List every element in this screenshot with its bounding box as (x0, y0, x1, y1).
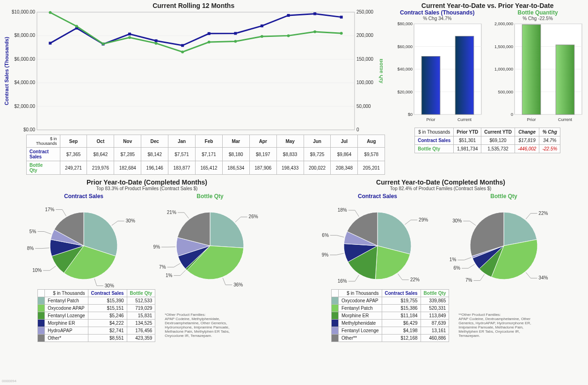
prior-ytd-title: Prior Year-to-Date (Completed Months) (0, 178, 294, 186)
svg-rect-27 (261, 24, 263, 27)
svg-text:18%: 18% (338, 207, 347, 213)
svg-text:30%: 30% (452, 218, 462, 223)
svg-text:Current: Current (457, 117, 472, 122)
svg-point-34 (128, 36, 131, 39)
prior-pie-bq: 26%36%1%7%9%21% (149, 200, 271, 288)
svg-text:$10,000.00: $10,000.00 (12, 9, 35, 14)
svg-rect-25 (208, 32, 211, 35)
svg-rect-19 (49, 42, 51, 44)
svg-text:$8,000.00: $8,000.00 (15, 33, 36, 38)
rolling-12-chart: $0.00$2,000.00$4,000.00$6,000.00$8,000.0… (2, 9, 383, 134)
svg-text:0: 0 (356, 127, 359, 132)
prior-footnote-label: *Other Product Families: (165, 313, 244, 317)
current-pie-cs: 29%22%16%9%6%18% (317, 200, 438, 288)
ytd-cs-title: Contract Sales (Thousands) (391, 9, 484, 16)
current-ytd-title: Current Year-to-Date (Completed Months) (294, 178, 588, 186)
svg-text:8%: 8% (27, 246, 34, 251)
ytd-bq-title: Bottle Quantity (491, 9, 585, 16)
svg-point-33 (102, 43, 104, 45)
svg-rect-28 (287, 14, 290, 17)
current-pie-bq: 22%34%7%6%1%30% (443, 200, 565, 288)
svg-text:Contract Sales (Thousands): Contract Sales (Thousands) (4, 37, 9, 105)
svg-text:6%: 6% (454, 265, 461, 271)
svg-text:100,000: 100,000 (356, 80, 374, 85)
rolling-12-table: $ inThousandsSepOctNovDecJanFebMarAprMay… (26, 135, 385, 175)
svg-text:9%: 9% (322, 252, 329, 257)
current-ytd-sub: Top 82.4% of Product Familes (Contract S… (294, 186, 588, 191)
svg-text:5%: 5% (29, 229, 36, 234)
svg-text:$0: $0 (408, 112, 413, 117)
current-footnote-text: APAP Codeine, Dextroamphetamine, Other G… (458, 317, 538, 338)
svg-text:22%: 22% (410, 277, 420, 282)
svg-text:17%: 17% (45, 207, 54, 212)
svg-text:36%: 36% (233, 282, 243, 287)
svg-text:Current: Current (558, 117, 573, 122)
svg-point-42 (340, 32, 343, 35)
current-pie-cs-title: Contract Sales (317, 193, 438, 200)
current-footnote-label: **Other Product Families: (458, 313, 538, 317)
svg-rect-22 (128, 33, 131, 36)
svg-text:1%: 1% (166, 273, 173, 278)
svg-point-35 (155, 42, 158, 45)
svg-rect-26 (234, 32, 237, 35)
ytd-bq-bar-chart: 0500,0001,000,0001,500,0002,000,000Prior… (491, 21, 585, 124)
svg-text:250,000: 250,000 (356, 9, 374, 14)
prior-pie-cs-title: Contract Sales (23, 193, 145, 200)
svg-text:1,500,000: 1,500,000 (494, 44, 513, 49)
svg-text:7%: 7% (159, 264, 166, 270)
page-footer-id: 0000894 (2, 379, 16, 383)
svg-rect-59 (455, 36, 474, 114)
svg-text:22%: 22% (538, 211, 548, 216)
ytd-summary-table: $ in Thousands Prior YTD Current YTD Cha… (414, 128, 560, 153)
current-pie-bq-title: Bottle Qty (443, 193, 565, 200)
ytd-vs-prior-title: Current Year-to-Date vs. Prior Year-to-D… (387, 2, 588, 9)
rolling-12-title: Current Rolling 12 Months (2, 2, 385, 9)
prior-product-table: $ in ThousandsContract SalesBottle QtyFe… (37, 289, 155, 342)
ytd-bq-sub: % Chg -22.5% (491, 16, 585, 21)
svg-text:26%: 26% (249, 214, 258, 219)
prior-footnote-text: APAP Codeine, Methylphenidate, Dextroamp… (165, 317, 244, 338)
svg-text:1,000,000: 1,000,000 (494, 67, 513, 71)
svg-text:29%: 29% (419, 217, 428, 222)
svg-text:30%: 30% (105, 283, 114, 288)
svg-rect-56 (421, 57, 440, 114)
svg-text:50,000: 50,000 (356, 104, 371, 109)
svg-text:21%: 21% (167, 210, 176, 215)
svg-point-32 (75, 25, 78, 28)
svg-point-31 (49, 11, 51, 14)
svg-point-41 (313, 30, 316, 33)
svg-text:7%: 7% (465, 278, 472, 283)
svg-rect-30 (340, 16, 343, 19)
svg-text:6%: 6% (322, 233, 329, 238)
svg-text:Prior: Prior (527, 117, 536, 122)
svg-text:$80,000: $80,000 (397, 21, 413, 26)
svg-text:500,000: 500,000 (498, 90, 513, 94)
prior-ytd-sub: Top 83.3% of Product Familes (Contract S… (0, 186, 294, 191)
svg-text:1%: 1% (450, 257, 457, 262)
current-product-table: $ in ThousandsContract SalesBottle QtyOx… (331, 289, 449, 342)
svg-text:9%: 9% (153, 244, 160, 250)
svg-text:Prior: Prior (426, 117, 435, 122)
svg-point-39 (261, 35, 263, 38)
svg-text:$2,000.00: $2,000.00 (15, 104, 36, 109)
svg-text:150,000: 150,000 (356, 57, 374, 62)
prior-pie-bq-title: Bottle Qty (149, 193, 271, 200)
svg-point-36 (181, 50, 184, 53)
svg-text:$20,000: $20,000 (397, 90, 413, 94)
svg-text:10%: 10% (32, 268, 42, 273)
ytd-cs-sub: % Chg 34.7% (391, 16, 484, 21)
svg-text:200,000: 200,000 (356, 33, 374, 38)
svg-text:16%: 16% (338, 278, 347, 284)
svg-rect-18 (37, 12, 355, 130)
svg-text:$0.00: $0.00 (23, 127, 35, 132)
svg-text:0: 0 (511, 112, 513, 117)
svg-text:2,000,000: 2,000,000 (494, 21, 513, 26)
ytd-cs-bar-chart: $0$20,000$40,000$60,000$80,000PriorCurre… (391, 21, 484, 124)
svg-rect-76 (556, 45, 574, 114)
svg-point-37 (208, 41, 211, 43)
prior-pie-cs: 30%30%10%8%5%17% (23, 200, 145, 288)
svg-text:30%: 30% (126, 218, 135, 223)
svg-text:$4,000.00: $4,000.00 (15, 80, 36, 85)
svg-rect-73 (522, 25, 541, 114)
svg-text:$60,000: $60,000 (397, 44, 413, 49)
